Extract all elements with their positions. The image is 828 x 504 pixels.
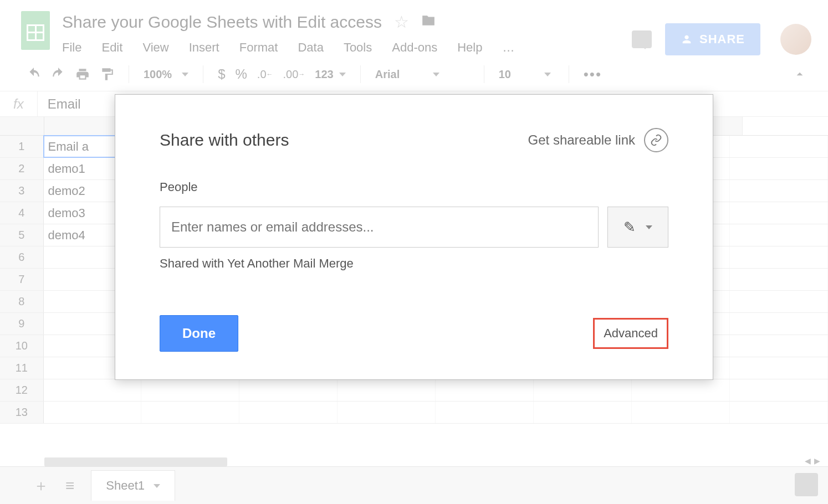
people-input[interactable] bbox=[160, 207, 599, 248]
dialog-title: Share with others bbox=[160, 131, 289, 150]
pencil-icon: ✎ bbox=[623, 219, 636, 236]
get-shareable-link-button[interactable]: Get shareable link bbox=[528, 128, 668, 152]
share-dialog: Share with others Get shareable link Peo… bbox=[115, 94, 713, 380]
done-button[interactable]: Done bbox=[160, 315, 238, 352]
shared-with-info: Shared with Yet Another Mail Merge bbox=[160, 256, 668, 271]
people-label: People bbox=[160, 180, 668, 194]
chevron-down-icon bbox=[646, 225, 652, 229]
link-icon bbox=[644, 128, 668, 152]
get-shareable-link-label: Get shareable link bbox=[528, 132, 635, 148]
advanced-button[interactable]: Advanced bbox=[593, 318, 668, 349]
permission-dropdown[interactable]: ✎ bbox=[607, 207, 668, 248]
